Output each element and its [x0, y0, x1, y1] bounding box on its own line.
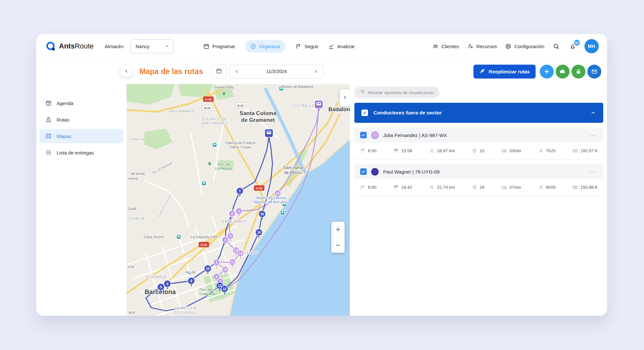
- cloud-icon: [559, 68, 566, 75]
- sidebar-item-rutas[interactable]: Rutas: [39, 112, 123, 127]
- map-label: Parc de la: [199, 288, 216, 292]
- agenda-icon: [45, 100, 52, 106]
- svg-text:11: 11: [231, 260, 234, 264]
- page-background: AntsRoute Almacén Nancy ProgramarOrganiz…: [0, 0, 644, 350]
- svg-text:4: 4: [224, 238, 227, 242]
- svg-text:1: 1: [239, 189, 241, 193]
- driver-row[interactable]: Paul Wagner | 76-UYG-09···: [354, 164, 603, 179]
- gear-icon: [505, 43, 511, 49]
- road-shield: C-31: [199, 242, 209, 247]
- svg-text:10: 10: [223, 268, 227, 271]
- road-shield: B-10: [236, 103, 246, 108]
- stat-finish: 16:42: [394, 185, 412, 190]
- checklist-icon: [45, 149, 52, 156]
- zoom-out-button[interactable]: −: [331, 237, 345, 253]
- nav-right: ClientesRecursosConfiguración 52 MH: [432, 39, 599, 53]
- flag-icon: [295, 43, 302, 49]
- driver-color-dot: [371, 132, 379, 139]
- driver-stats-row: 8:0016:4222,74 km1637min8h05150,96 €: [354, 179, 603, 196]
- nav-item-organizar[interactable]: Organizar: [245, 40, 286, 53]
- map-container[interactable]: C-33B-20B-10C-31C-31Trinitat VellaMuseu …: [127, 84, 350, 316]
- driver-card: Paul Wagner | 76-UYG-09···8:0016:4222,74…: [354, 164, 603, 196]
- nav-item-programar[interactable]: Programar: [203, 43, 235, 49]
- chevron-up-icon[interactable]: [590, 110, 596, 116]
- map-label: Ciutadella: [200, 292, 216, 296]
- user-avatar[interactable]: MH: [584, 39, 599, 53]
- prev-day-button[interactable]: [229, 65, 244, 78]
- svg-text:15: 15: [276, 192, 280, 195]
- notifications-button[interactable]: 52: [568, 42, 577, 51]
- cloud-sync-button[interactable]: [556, 65, 570, 79]
- zoom-in-button[interactable]: +: [331, 222, 345, 237]
- lock-button[interactable]: [572, 65, 585, 79]
- map-expand-button[interactable]: [340, 89, 350, 107]
- svg-text:C-31: C-31: [256, 187, 262, 190]
- lock-icon: [575, 68, 582, 75]
- sidebar-item-mapas[interactable]: Mapas: [39, 129, 123, 143]
- pin-icon: [472, 148, 477, 154]
- section-checkbox[interactable]: [361, 110, 368, 116]
- brand-logo[interactable]: AntsRoute: [46, 41, 94, 51]
- map-label: Badalona: [328, 106, 350, 112]
- driver-checkbox[interactable]: [360, 168, 367, 175]
- stat-flag: 8:00: [360, 185, 376, 190]
- map-label: de Besòs: [284, 170, 302, 175]
- stat-finish: 15:58: [394, 148, 412, 154]
- map-label: Trinitat Vella: [214, 85, 234, 89]
- map-label: Casa Vicens: [144, 235, 164, 239]
- display-options-button[interactable]: Mostrar opciones de visualización: [354, 87, 439, 98]
- drivers-section-header[interactable]: Conductores fuera de sector: [354, 103, 603, 123]
- svg-text:C-31: C-31: [201, 243, 207, 247]
- road-shield: C-31: [254, 186, 264, 191]
- more-options-button[interactable]: ···: [588, 132, 597, 138]
- search-button[interactable]: [551, 42, 561, 51]
- driver-color-dot: [371, 168, 379, 175]
- sidebar-item-agenda[interactable]: Agenda: [39, 96, 123, 110]
- map-label: Santa Coloma: [239, 110, 276, 116]
- transit-station-icon: [202, 181, 206, 186]
- more-options-button[interactable]: ···: [588, 168, 597, 175]
- nav-item-seguir[interactable]: Seguir: [295, 43, 318, 49]
- nav-item-clientes[interactable]: Clientes: [432, 43, 459, 49]
- stat-flag: 8:00: [360, 148, 376, 154]
- plus-icon: [543, 68, 550, 75]
- mail-button[interactable]: [587, 65, 601, 79]
- flag-icon: [360, 148, 366, 154]
- driver-row[interactable]: Julia Fernandez | AS-987-WX···: [354, 128, 603, 143]
- nav-item-configuracion[interactable]: Configuración: [505, 43, 544, 49]
- calendar-button[interactable]: [211, 65, 227, 79]
- chart-icon: [328, 43, 334, 49]
- map-label: onal: [128, 265, 134, 269]
- driver-name: Julia Fernandez | AS-987-WX: [383, 133, 583, 138]
- sidebar-item-lista-de-entregas[interactable]: Lista de entregas: [39, 145, 123, 160]
- back-button[interactable]: [120, 65, 133, 78]
- svg-text:8: 8: [190, 279, 192, 283]
- driver-list: Julia Fernandez | AS-987-WX···8:0015:581…: [354, 128, 603, 196]
- finish-icon: [394, 148, 399, 154]
- person-icon: [538, 148, 544, 154]
- map-label: Fabra i Coats: [230, 145, 251, 149]
- svg-text:13: 13: [218, 284, 222, 288]
- sidebar: AgendaRutasMapasLista de entregas: [36, 59, 127, 316]
- svg-text:9: 9: [216, 275, 217, 279]
- nav-item-recursos[interactable]: Recursos: [467, 43, 497, 49]
- app-window: AntsRoute Almacén Nancy ProgramarOrganiz…: [36, 34, 607, 316]
- add-button[interactable]: [540, 65, 554, 79]
- stat-cost: 192,07 €: [572, 148, 597, 154]
- svg-text:12: 12: [223, 287, 227, 291]
- finish-icon: [394, 185, 399, 190]
- mail-icon: [591, 68, 598, 75]
- driver-checkbox[interactable]: [360, 132, 367, 138]
- next-day-button[interactable]: [308, 65, 323, 78]
- warehouse-select[interactable]: Nancy: [131, 39, 173, 53]
- svg-text:C-33: C-33: [205, 98, 212, 101]
- map-label: Güell: [128, 207, 136, 211]
- warehouse-group: Almacén Nancy: [105, 39, 173, 53]
- stat-truck: 37min: [502, 185, 521, 190]
- map-canvas[interactable]: C-33B-20B-10C-31C-31Trinitat VellaMuseu …: [127, 84, 350, 316]
- toolbar-actions: [540, 65, 601, 79]
- reoptimize-button[interactable]: Reoptimizar rutas: [473, 65, 536, 79]
- map-label: EIXAMPLE: [147, 275, 167, 279]
- nav-item-analizar[interactable]: Analizar: [328, 43, 355, 49]
- transit-station-icon: [213, 143, 217, 147]
